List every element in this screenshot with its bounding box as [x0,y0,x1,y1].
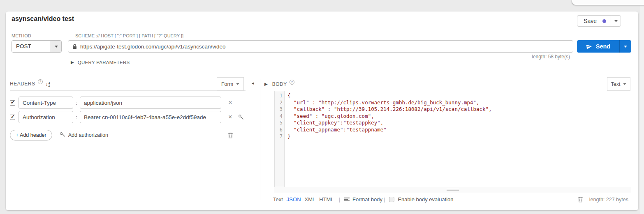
clear-body-trash-icon[interactable] [578,196,583,202]
unsaved-indicator-dot [602,19,606,23]
remove-header-button[interactable]: × [228,114,233,120]
help-icon[interactable]: ? [38,79,43,84]
request-card: asynscan/video test Save METHOD SCHEME :… [6,12,638,210]
headers-pane: HEADERS ? ↓ AZ Form : × [10,77,246,140]
format-body-button[interactable]: Format body [344,196,382,202]
page-title: asynscan/video test [12,15,74,23]
code-line: "client_appkey":"testappkey", [287,120,631,127]
enable-body-evaluation-label[interactable]: Enable body evaluation [398,196,453,202]
resize-grip-icon [447,189,459,191]
body-view-mode-dropdown[interactable]: Text [607,77,630,91]
send-button-label: Send [596,43,610,50]
headers-view-mode-dropdown[interactable]: Form [217,77,244,91]
add-authorization-button[interactable]: Add authorization [60,132,108,139]
delete-headers-trash-icon[interactable] [228,132,233,138]
query-parameters-label: QUERY PARAMETERS [78,60,130,65]
code-line: } [287,133,631,140]
chevron-down-icon [614,20,618,22]
help-icon[interactable]: ? [290,80,294,85]
code-line: { [287,92,631,99]
collapsed-panel-tab[interactable] [572,0,644,5]
pane-splitter[interactable] [260,78,260,200]
headers-actions-row: + Add header Add authorization [10,130,246,140]
method-value: POST [12,41,51,52]
code-line: "client_appname":"testappname" [287,127,631,133]
url-length-indicator: length: 58 byte(s) [532,54,570,60]
send-button[interactable]: Send [577,40,619,53]
align-lines-icon [344,198,350,201]
key-icon [60,132,65,139]
method-label: METHOD [12,33,31,38]
header-enabled-checkbox[interactable] [10,115,15,120]
body-editor[interactable]: 1 2 3 4 5 6 7 { "url" : "http://clips.vo… [274,91,631,187]
chevron-down-icon [236,83,239,85]
code-line: "callback" : "http://39.105.214.226:1808… [287,106,631,113]
add-header-button[interactable]: + Add header [10,130,52,140]
header-value-input[interactable] [80,111,221,123]
save-button[interactable]: Save [577,16,611,26]
request-row: POST Send [12,40,631,53]
body-section-label: BODY [272,81,287,87]
method-select[interactable]: POST [12,40,62,53]
body-pane: ▶ BODY ? Text 1 2 3 4 5 6 7 { "url" : "h… [264,77,631,202]
save-dropdown-button[interactable] [611,16,621,26]
method-dropdown-toggle[interactable] [51,41,61,52]
enable-body-evaluation-checkbox[interactable] [389,197,394,202]
format-tab-text[interactable]: Text [273,196,283,202]
paper-plane-icon [586,43,593,50]
editor-resize-bar[interactable] [274,187,631,193]
body-pane-header: ▶ BODY ? Text [264,77,631,91]
send-dropdown-button[interactable] [619,40,631,53]
line-number-gutter: 1 2 3 4 5 6 7 [275,91,285,187]
page-scrollbar[interactable] [640,0,644,214]
separator: | [384,196,385,202]
header-row: : × [10,97,246,109]
body-footer-right: length: 227 bytes [578,196,628,202]
chevron-down-icon [624,46,627,48]
send-split-button: Send [577,40,631,53]
headers-section-label: HEADERS [10,81,35,87]
save-button-label: Save [584,18,597,24]
sort-az-icon[interactable]: ↓ AZ [46,82,51,87]
format-tab-xml[interactable]: XML [305,196,316,202]
body-view-mode-value: Text [611,81,621,87]
headers-view-mode-value: Form [221,81,233,87]
headers-pane-header: HEADERS ? ↓ AZ Form [10,77,246,91]
save-split-button: Save [577,15,621,27]
triangle-right-icon: ▶ [71,60,74,64]
chevron-down-icon [55,46,58,48]
body-length-indicator: length: 227 bytes [589,197,628,202]
url-field[interactable] [68,40,573,53]
code-line: "seed" : "ugc.glodon.com", [287,113,631,120]
collapse-left-pane-arrow[interactable]: ◂ [252,81,254,85]
header-value-input[interactable] [80,97,221,109]
remove-header-button[interactable]: × [228,99,233,106]
format-tab-json[interactable]: JSON [287,196,301,202]
code-line: "url" : "http://clips.vorwaerts-gmbh.de/… [287,99,631,106]
header-name-input[interactable] [19,97,73,109]
authorization-key-icon[interactable] [238,114,244,120]
body-collapse-arrow[interactable]: ▶ [264,82,268,86]
chevron-down-icon [623,83,626,85]
colon-separator: : [73,114,80,120]
scheme-label: SCHEME :// HOST [ ":" PORT ] [ PATH [ "?… [75,33,183,38]
body-code-text[interactable]: { "url" : "http://clips.vorwaerts-gmbh.d… [285,91,631,187]
header-rows: : × : × [10,97,246,123]
url-input[interactable] [80,44,569,50]
format-tab-html[interactable]: HTML [319,196,334,202]
lock-icon [72,44,77,49]
separator: | [339,196,340,202]
header-row: : × [10,111,246,123]
colon-separator: : [73,100,80,106]
query-parameters-toggle[interactable]: ▶ QUERY PARAMETERS [71,60,130,65]
header-name-input[interactable] [19,111,73,123]
header-enabled-checkbox[interactable] [10,100,15,106]
body-footer-toolbar: Text JSON XML HTML | Format body | Enabl… [273,196,628,202]
